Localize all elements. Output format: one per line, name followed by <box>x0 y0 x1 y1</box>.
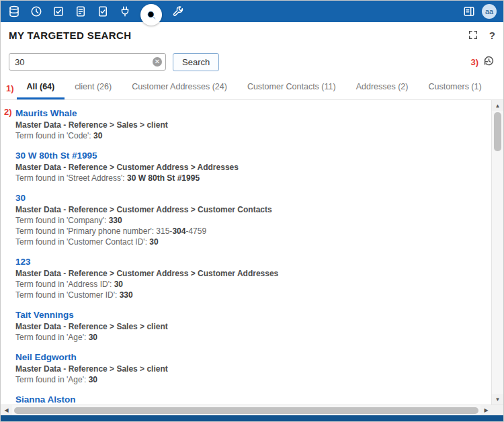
footer-bar <box>1 415 503 421</box>
annotation-2: 2) <box>4 107 12 117</box>
panel-list-icon[interactable] <box>462 5 475 18</box>
list-item: Maurits WhaleMaster Data - Reference > S… <box>15 107 485 140</box>
result-title-link[interactable]: Sianna Alston <box>15 394 76 405</box>
scroll-left-icon[interactable]: ◀ <box>1 405 12 416</box>
vertical-scrollbar-thumb[interactable] <box>494 112 501 151</box>
result-title-link[interactable]: 30 <box>15 193 26 203</box>
result-title-link[interactable]: Maurits Whale <box>15 108 77 118</box>
vertical-scrollbar[interactable]: ▲ ▼ <box>491 100 503 405</box>
tab-addresses-2[interactable]: Addresses (2) <box>346 82 419 99</box>
list-item: 30Master Data - Reference > Customer Add… <box>15 192 485 247</box>
search-input[interactable] <box>9 53 166 71</box>
term-found-line: Term found in 'Customer ID': 330 <box>15 290 485 300</box>
search-history-icon[interactable] <box>482 54 495 70</box>
tab-client-26[interactable]: client (26) <box>65 82 122 99</box>
scroll-right-icon[interactable]: ▶ <box>480 405 492 416</box>
wrench-icon[interactable] <box>171 5 184 18</box>
search-row: ✕ Search 3) <box>1 48 503 76</box>
tasks-check-icon[interactable] <box>52 5 65 18</box>
term-found-line: Term found in 'Company': 330 <box>15 216 485 225</box>
term-found-line: Term found in 'Address ID': 30 <box>15 280 485 289</box>
result-breadcrumb: Master Data - Reference > Customer Addre… <box>15 269 485 278</box>
result-breadcrumb: Master Data - Reference > Customer Addre… <box>15 163 485 172</box>
list-item: Tait VenningsMaster Data - Reference > S… <box>15 308 485 342</box>
clock-icon[interactable] <box>30 5 42 18</box>
tabs: 1) All (64)client (26)Customer Addresses… <box>1 76 503 100</box>
avatar[interactable]: aa <box>482 4 497 19</box>
term-found-line: Term found in 'Street Address': 30 W 80t… <box>15 173 485 183</box>
tab-customers-1[interactable]: Customers (1) <box>418 82 491 99</box>
horizontal-scrollbar-thumb[interactable] <box>14 407 478 414</box>
term-found-line: Term found in 'Customer Contact ID': 30 <box>15 237 485 247</box>
list-item: 123Master Data - Reference > Customer Ad… <box>15 255 485 300</box>
tab-all-64[interactable]: All (64) <box>17 82 65 99</box>
search-button[interactable]: Search <box>173 53 219 71</box>
clear-search-icon[interactable]: ✕ <box>153 57 162 67</box>
term-found-line: Term found in 'Primary phone number': 31… <box>15 226 485 236</box>
tab-customer-addresses-24[interactable]: Customer Addresses (24) <box>122 82 237 99</box>
result-title-link[interactable]: Neil Edgworth <box>15 352 77 362</box>
annotation-1: 1) <box>6 83 14 93</box>
result-breadcrumb: Master Data - Reference > Sales > client <box>15 322 485 331</box>
list-item: Sianna AlstonMaster Data - Reference > S… <box>15 393 485 405</box>
term-found-line: Term found in 'Code': 30 <box>15 131 485 140</box>
result-title-link[interactable]: 30 W 80th St #1995 <box>15 151 97 161</box>
form-check-icon[interactable] <box>96 5 109 18</box>
results-area: 2) Maurits WhaleMaster Data - Reference … <box>1 100 503 405</box>
page-header: MY TARGETED SEARCH ? <box>1 22 503 48</box>
expand-icon[interactable] <box>468 30 478 40</box>
result-breadcrumb: Master Data - Reference > Customer Addre… <box>15 205 485 214</box>
scrollbar-corner <box>492 405 503 416</box>
term-found-line: Term found in 'Age': 30 <box>15 375 485 384</box>
plug-icon[interactable] <box>118 5 131 18</box>
top-toolbar: aa <box>1 1 503 22</box>
horizontal-scrollbar[interactable]: ◀ ▶ <box>1 405 503 415</box>
term-found-line: Term found in 'Age': 30 <box>15 333 485 342</box>
scroll-up-icon[interactable]: ▲ <box>492 100 503 111</box>
list-item: 30 W 80th St #1995Master Data - Referenc… <box>15 149 485 183</box>
annotation-3: 3) <box>470 57 478 67</box>
tab-customer-contacts-11[interactable]: Customer Contacts (11) <box>237 82 346 99</box>
search-icon[interactable] <box>140 4 162 26</box>
database-icon[interactable] <box>7 5 20 18</box>
result-breadcrumb: Master Data - Reference > Sales > client <box>15 120 485 130</box>
app-window: aa MY TARGETED SEARCH ? ✕ Search 3) 1) A… <box>0 0 504 422</box>
result-title-link[interactable]: 123 <box>15 257 31 267</box>
page-title: MY TARGETED SEARCH <box>9 30 132 41</box>
list-item: Neil EdgworthMaster Data - Reference > S… <box>15 351 485 384</box>
scroll-down-icon[interactable]: ▼ <box>492 394 503 405</box>
help-icon[interactable]: ? <box>489 30 495 41</box>
form-lines-icon[interactable] <box>74 5 87 18</box>
results-list: Maurits WhaleMaster Data - Reference > S… <box>1 100 491 405</box>
result-breadcrumb: Master Data - Reference > Sales > client <box>15 364 485 374</box>
result-title-link[interactable]: Tait Vennings <box>15 310 74 320</box>
